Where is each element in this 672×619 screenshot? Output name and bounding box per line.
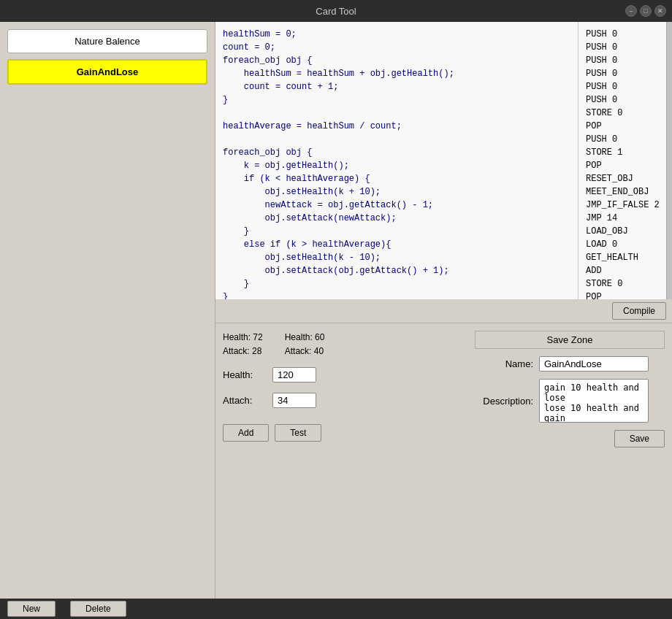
action-buttons: Add Test: [223, 424, 460, 442]
stat-block-1: Health: 72 Attack: 28: [223, 331, 263, 358]
health-field-row: Health:: [223, 367, 460, 382]
new-button[interactable]: New: [7, 601, 56, 617]
delete-button[interactable]: Delete: [70, 601, 126, 617]
add-button[interactable]: Add: [223, 424, 269, 442]
scrollbar[interactable]: [666, 22, 672, 299]
code-editor-left[interactable]: healthSum = 0; count = 0; foreach_obj ob…: [215, 22, 579, 299]
close-btn[interactable]: ✕: [654, 5, 666, 17]
name-field-row: Name:: [475, 356, 665, 372]
stat-health-2: Health: 60: [285, 331, 325, 345]
minimize-btn[interactable]: –: [625, 5, 637, 17]
main-container: Nature Balence GainAndLose healthSum = 0…: [0, 22, 672, 599]
save-zone-title: Save Zone: [475, 331, 665, 349]
app-title: Card Tool: [316, 6, 356, 17]
maximize-btn[interactable]: □: [640, 5, 652, 17]
bottom-left: Health: 72 Attack: 28 Health: 60 Attack:…: [223, 331, 460, 591]
attack-field-row: Attach:: [223, 393, 460, 408]
save-zone: Save Zone Name: Description: gain 10 hea…: [475, 331, 665, 591]
attack-label: Attach:: [223, 395, 267, 406]
code-editor-right: PUSH 0 PUSH 0 PUSH 0 PUSH 0 PUSH 0 PUSH …: [579, 22, 666, 299]
sidebar: Nature Balence GainAndLose: [0, 22, 215, 599]
bottom-toolbar: New Delete: [0, 599, 672, 619]
test-button[interactable]: Test: [275, 424, 321, 442]
description-input[interactable]: gain 10 health and lose lose 10 health a…: [539, 379, 649, 423]
sidebar-item-gainandlose[interactable]: GainAndLose: [7, 59, 207, 85]
stat-attack-2: Attack: 40: [285, 345, 325, 358]
save-button[interactable]: Save: [614, 430, 665, 447]
health-label: Health:: [223, 369, 267, 380]
sidebar-item-nature-balance[interactable]: Nature Balence: [7, 29, 207, 53]
compile-row: Compile: [215, 299, 672, 323]
bottom-panel: Health: 72 Attack: 28 Health: 60 Attack:…: [215, 323, 672, 599]
name-label: Name:: [475, 358, 533, 369]
content-area: healthSum = 0; count = 0; foreach_obj ob…: [215, 22, 672, 599]
stat-attack-1: Attack: 28: [223, 345, 263, 358]
stat-block-2: Health: 60 Attack: 40: [285, 331, 325, 358]
description-label: Description:: [475, 396, 533, 407]
stat-health-1: Health: 72: [223, 331, 263, 345]
description-field-row: Description: gain 10 health and lose los…: [475, 379, 665, 423]
health-input[interactable]: [272, 367, 316, 382]
name-input[interactable]: [539, 356, 649, 372]
code-editor: healthSum = 0; count = 0; foreach_obj ob…: [215, 22, 672, 299]
title-bar: Card Tool – □ ✕: [0, 0, 672, 22]
compile-button[interactable]: Compile: [612, 302, 666, 320]
window-controls: – □ ✕: [625, 5, 666, 17]
stats-row: Health: 72 Attack: 28 Health: 60 Attack:…: [223, 331, 460, 358]
attack-input[interactable]: [272, 393, 316, 408]
